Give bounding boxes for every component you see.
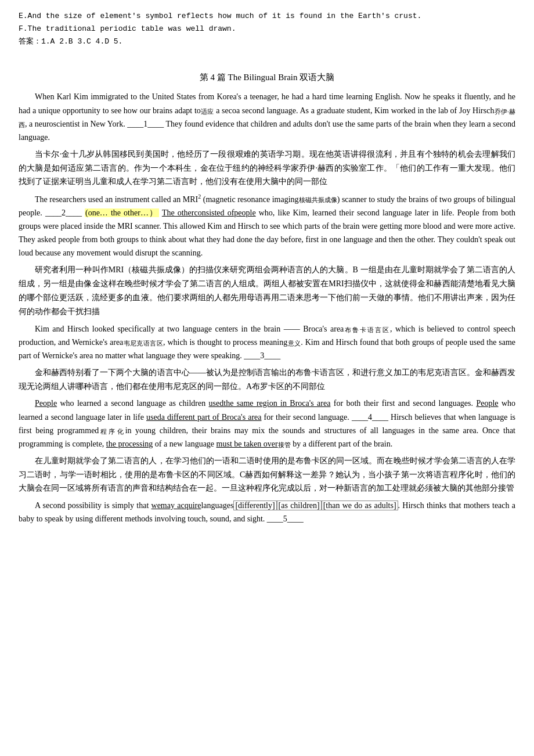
paragraph-3-cn: 金和赫西特别看了一下两个大脑的语言中心——被认为是控制语言输出的布鲁卡语言区，和… xyxy=(19,366,515,394)
paragraph-2-en: The researchers used an instrument calle… xyxy=(19,192,515,260)
p4-text-6: of a new language xyxy=(153,440,216,448)
p2-highlight: (one… the other…） xyxy=(85,208,159,217)
p1-text-3: , a neuroscientist in New York. ____1___… xyxy=(19,120,515,142)
p5-text-2: languages xyxy=(201,501,233,510)
p3-sup-1: 布鲁卡语言区 xyxy=(344,326,390,333)
p5-bracket-3: [than we do as adults] xyxy=(322,501,398,510)
p4-sup-2: 接管 xyxy=(278,441,291,448)
page-content: E.And the size of element's symbol refle… xyxy=(19,10,515,525)
p5-bracket-1: [differently] xyxy=(233,501,276,510)
p3-sup-2: 韦尼克语言区 xyxy=(123,339,163,346)
p3-sup-3: 意义 xyxy=(287,339,301,346)
paragraph-1-en: When Karl Kim immigrated to the United S… xyxy=(19,90,515,143)
p5-bracket-2: [as children] xyxy=(277,501,322,510)
p2-text-2: (magnetic resonance imaging xyxy=(203,195,299,204)
line-e: E.And the size of element's symbol refle… xyxy=(19,10,515,22)
paragraph-1-cn: 当卡尔·金十几岁从韩国移民到美国时，他经历了一段很艰难的英语学习期。现在他英语讲… xyxy=(19,147,515,189)
p2-text-1: The researchers used an instrument calle… xyxy=(35,195,198,204)
p5-text-1: A second possibility is simply that xyxy=(35,501,151,510)
p4-sup-1: 程序化 xyxy=(99,427,125,434)
p2-underline: The otherconsisted ofpeople xyxy=(162,208,256,217)
p4-people-2: People xyxy=(476,399,498,408)
p4-underline-3: the processing xyxy=(106,440,153,448)
paragraph-2-cn: 研究者利用一种叫作MRI（核磁共振成像）的扫描仪来研究两组会两种语言的人的大脑。… xyxy=(19,263,515,318)
section-title: 第 4 篇 The Bilingual Brain 双语大脑 xyxy=(19,70,515,84)
p4-people-1: People xyxy=(35,399,57,408)
answer-line: 答案：1.A 2.B 3.C 4.D 5. xyxy=(19,36,515,48)
p4-text-7: by a different part of the brain. xyxy=(291,440,392,448)
p3-text-1: Kim and Hirsch looked specifically at tw… xyxy=(35,325,344,333)
p2-sup: 2 xyxy=(198,193,201,200)
paragraph-4-en: People who learned a second language as … xyxy=(19,397,515,450)
line-f: F.The traditional periodic table was wel… xyxy=(19,23,515,35)
paragraph-5-en: A second possibility is simply that wema… xyxy=(19,499,515,525)
p3-text-3: , which is thought to process meaning xyxy=(163,338,287,347)
p5-underline-1: wemay acquire xyxy=(151,501,201,510)
p1-text-2: a secoa second language. As a graduate s… xyxy=(216,106,494,115)
p4-text-1: who learned a second language as childre… xyxy=(57,399,208,408)
paragraph-4-cn: 在儿童时期就学会了第二语言的人，在学习他们的一语和二语时使用的是布鲁卡区的同一区… xyxy=(19,454,515,495)
p2-cn-sup: 核磁共振成像 xyxy=(299,197,337,204)
p4-underline-1: usedthe same region in Broca's area xyxy=(209,399,331,408)
p4-underline-2: useda different part of Broca's area xyxy=(146,413,262,422)
p1-sup-1: 适应 xyxy=(201,107,214,114)
p4-text-2: for both their first and second language… xyxy=(330,399,476,408)
p4-underline-4: must be taken over xyxy=(217,440,278,448)
paragraph-3-en: Kim and Hirsch looked specifically at tw… xyxy=(19,322,515,362)
